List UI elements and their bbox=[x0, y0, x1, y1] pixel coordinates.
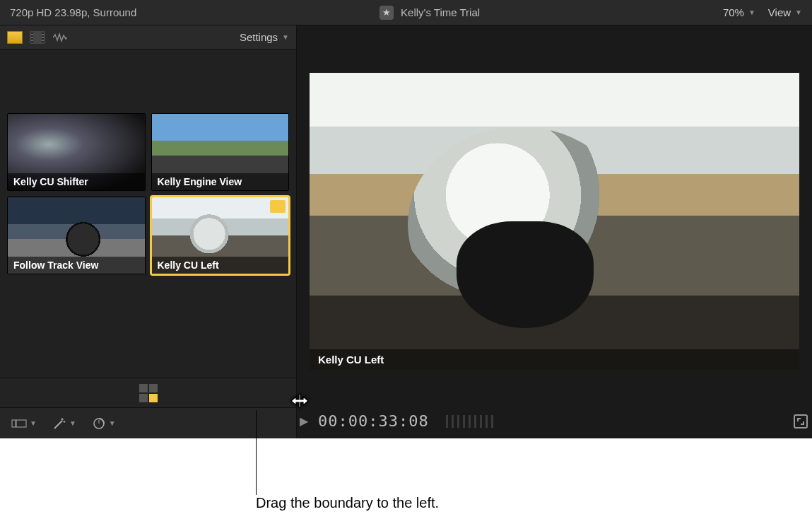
viewer-panel: Kelly CU Left ▶ 00:00:33:08 bbox=[297, 25, 812, 438]
angle-toolbar: Settings ▼ bbox=[0, 25, 296, 49]
settings-label: Settings bbox=[240, 31, 278, 43]
chevron-down-icon: ▼ bbox=[795, 8, 802, 16]
viewer-footer: ▶ 00:00:33:08 bbox=[297, 376, 812, 438]
angle-layout-bar bbox=[0, 378, 296, 407]
angle-label: Kelly Engine View bbox=[152, 173, 289, 190]
fullscreen-button[interactable] bbox=[794, 414, 808, 428]
angle-layout-toggle[interactable] bbox=[139, 384, 158, 402]
timeline-toolbar: ▼ ▼ ▼ bbox=[0, 407, 296, 438]
format-info: 720p HD 23.98p, Surround bbox=[10, 6, 136, 18]
video-content bbox=[457, 221, 594, 328]
settings-menu[interactable]: Settings ▼ bbox=[240, 31, 289, 43]
star-icon: ★ bbox=[379, 6, 394, 20]
chevron-down-icon: ▼ bbox=[282, 33, 289, 41]
timecode-row: ▶ 00:00:33:08 bbox=[297, 412, 812, 430]
callout-leader-line bbox=[256, 410, 257, 438]
viewer-video: Kelly CU Left bbox=[310, 73, 799, 370]
view-menu[interactable]: View ▼ bbox=[768, 6, 802, 18]
angle-tile[interactable]: Kelly Engine View bbox=[151, 113, 290, 191]
timecode-display[interactable]: 00:00:33:08 bbox=[318, 412, 429, 430]
svg-rect-1 bbox=[16, 420, 26, 427]
zoom-menu[interactable]: 70% ▼ bbox=[723, 6, 755, 18]
spacer bbox=[7, 274, 289, 378]
retime-button[interactable]: ▼ bbox=[92, 416, 116, 431]
audio-skimmer-icon bbox=[446, 415, 495, 428]
viewer-caption: Kelly CU Left bbox=[310, 349, 799, 370]
viewer-area: Kelly CU Left bbox=[297, 25, 812, 376]
app-window: 720p HD 23.98p, Surround ★ Kelly's Time … bbox=[0, 0, 812, 438]
angle-grid-area: Kelly CU Shifter Kelly Engine View Follo… bbox=[0, 49, 296, 378]
project-title-area: ★ Kelly's Time Trial bbox=[142, 6, 717, 20]
both-mode-icon[interactable] bbox=[7, 31, 23, 44]
angle-label: Kelly CU Shifter bbox=[8, 173, 145, 190]
angle-label: Kelly CU Left bbox=[152, 257, 289, 274]
angle-tile[interactable]: Follow Track View bbox=[7, 197, 146, 274]
topbar-right-controls: 70% ▼ View ▼ bbox=[723, 6, 802, 18]
chevron-down-icon: ▼ bbox=[109, 419, 116, 427]
zoom-level-label: 70% bbox=[723, 6, 744, 18]
audio-mode-icon[interactable] bbox=[52, 31, 68, 44]
angle-tile-selected[interactable]: Kelly CU Left bbox=[151, 197, 290, 274]
viewer-frame[interactable]: Kelly CU Left bbox=[310, 66, 799, 376]
video-mode-icon[interactable] bbox=[30, 31, 45, 44]
active-av-badge-icon bbox=[270, 200, 286, 213]
play-button[interactable]: ▶ bbox=[300, 414, 308, 428]
chevron-down-icon: ▼ bbox=[748, 8, 755, 16]
main-split: Settings ▼ Kelly CU Shifter Kelly Engine… bbox=[0, 25, 812, 438]
view-menu-label: View bbox=[768, 6, 791, 18]
clip-appearance-button[interactable]: ▼ bbox=[11, 418, 37, 429]
svg-rect-0 bbox=[12, 420, 16, 427]
chevron-down-icon: ▼ bbox=[30, 419, 37, 427]
effects-wand-button[interactable]: ▼ bbox=[52, 416, 76, 431]
angle-label: Follow Track View bbox=[8, 257, 145, 274]
angle-grid: Kelly CU Shifter Kelly Engine View Follo… bbox=[7, 57, 289, 274]
viewer-topbar: 720p HD 23.98p, Surround ★ Kelly's Time … bbox=[0, 0, 812, 25]
angle-viewer-panel: Settings ▼ Kelly CU Shifter Kelly Engine… bbox=[0, 25, 297, 438]
chevron-down-icon: ▼ bbox=[69, 419, 76, 427]
project-title: Kelly's Time Trial bbox=[401, 6, 480, 18]
angle-tile[interactable]: Kelly CU Shifter bbox=[7, 113, 146, 191]
